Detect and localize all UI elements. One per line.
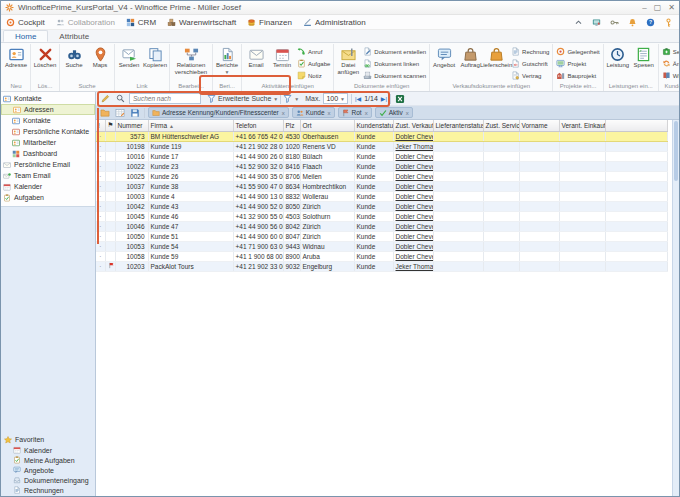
favorite-item-meine-aufgaben[interactable]: Meine Aufgaben <box>1 455 95 465</box>
cell-zust-verkauf[interactable]: Jeker Thomas <box>393 141 433 151</box>
ribbon-aufgabe-button[interactable]: Aufgabe <box>297 58 330 69</box>
key-button[interactable] <box>608 17 620 28</box>
cell-zust-verkauf[interactable]: Dobler Cheve... <box>393 211 433 221</box>
ribbon-spesen-button[interactable]: Spesen <box>631 45 657 82</box>
favorite-item-kalender[interactable]: Kalender <box>1 445 95 455</box>
column-header-verant-einkauf[interactable]: Verant. Einkauf <box>559 120 605 131</box>
cell-zust-verkauf[interactable]: Dobler Cheve... <box>393 201 433 211</box>
sidebar-item-mitarbeiter[interactable]: Mitarbeiter <box>1 137 95 148</box>
ribbon-datei-anfügen-button[interactable]: Datei anfügen <box>335 45 361 82</box>
search-button[interactable] <box>114 93 126 104</box>
column-header--[interactable]: ! <box>96 120 105 131</box>
sidebar-item-aufgaben[interactable]: Aufgaben <box>1 192 95 203</box>
ribbon-löschen-button[interactable]: Löschen <box>32 45 58 82</box>
table-row[interactable]: · 3573 BM Hüttenschweiler AG +41 66 765 … <box>96 131 667 141</box>
menu-crm[interactable]: CRM <box>126 18 156 27</box>
sidebar-item-kalender[interactable]: Kalender <box>1 181 95 192</box>
menu-collaboration[interactable]: Collaboration <box>56 18 115 27</box>
ribbon-dokument-linken-button[interactable]: Dokument linken <box>363 58 426 69</box>
column-header-plz[interactable]: Plz <box>283 120 300 131</box>
table-row[interactable]: · 10053 Kunde 54 +41 71 900 63 00 9443 W… <box>96 241 667 251</box>
column-header-ort[interactable]: Ort <box>300 120 354 131</box>
ribbon-berichte-button[interactable]: Berichte ▼ <box>214 45 240 82</box>
cell-zust-verkauf[interactable]: Dobler Cheve... <box>393 191 433 201</box>
column-header-nummer[interactable]: Nummer <box>115 120 148 131</box>
favorite-item-angebote[interactable]: Angebote <box>1 465 95 475</box>
ribbon-adresse-button[interactable]: Adresse <box>3 45 29 82</box>
cell-zust-verkauf[interactable]: Dobler Cheve... <box>393 151 433 161</box>
minimize-button[interactable]: – <box>642 4 646 12</box>
column-header--[interactable]: ⚑ <box>105 120 115 131</box>
search-input[interactable] <box>129 93 201 104</box>
cell-zust-verkauf[interactable]: Dobler Cheve... <box>393 231 433 241</box>
column-header-zust-verkauf[interactable]: Zust. Verkauf <box>393 120 433 131</box>
ribbon-suche-button[interactable]: Suche <box>61 45 87 82</box>
ribbon-termin-button[interactable]: Termin <box>269 45 295 82</box>
column-header-telefon[interactable]: Telefon <box>233 120 283 131</box>
column-header-zust-service[interactable]: Zust. Service <box>483 120 519 131</box>
collapse-ribbon-button[interactable] <box>572 17 584 28</box>
ribbon-senden-button[interactable]: Senden <box>116 45 142 82</box>
cell-zust-verkauf[interactable]: Dobler Cheve... <box>393 221 433 231</box>
table-row[interactable]: · 10003 Kunde 4 +41 44 900 13 00 8832 Wo… <box>96 191 667 201</box>
ribbon-leistung-button[interactable]: Leistung <box>605 45 631 82</box>
sidebar-item-team-email[interactable]: Team Email <box>1 170 95 181</box>
table-row[interactable]: · 10050 Kunde 51 +41 44 900 60 00 8047 Z… <box>96 231 667 241</box>
tab-home[interactable]: Home <box>3 30 48 42</box>
ribbon-vertrag-button[interactable]: Vertrag <box>511 70 549 81</box>
cell-zust-verkauf[interactable]: Dobler Cheve... <box>393 181 433 191</box>
ribbon-angebot-button[interactable]: Angebot <box>431 45 457 82</box>
ribbon-anruf-button[interactable]: Anruf <box>297 46 330 57</box>
chip-close-icon[interactable]: x <box>328 110 331 116</box>
column-header-vorname[interactable]: Vorname <box>519 120 559 131</box>
ribbon-kopieren-button[interactable]: Kopieren <box>142 45 168 82</box>
filter-chip-aktiv[interactable]: Aktivx <box>375 107 413 118</box>
table-row[interactable]: · 10025 Kunde 26 +41 44 900 35 00 8706 M… <box>96 171 667 181</box>
column-header-filler[interactable] <box>605 120 667 131</box>
chip-close-icon[interactable]: x <box>406 110 409 116</box>
menu-warenwirtschaft[interactable]: Warenwirtschaft <box>167 18 236 27</box>
column-header-kundenstatus[interactable]: Kundenstatus <box>354 120 393 131</box>
sidebar-item-kontakte[interactable]: Kontakte <box>1 93 95 104</box>
remote-monitor-button[interactable] <box>590 17 602 28</box>
cell-zust-verkauf[interactable]: Dobler Cheve... <box>393 171 433 181</box>
first-page-button[interactable]: |◀ <box>355 95 361 102</box>
sidebar-item-kontakte[interactable]: Kontakte <box>1 115 95 126</box>
table-row[interactable]: · 10046 Kunde 47 +41 44 900 56 00 8042 Z… <box>96 221 667 231</box>
ribbon-projekt-button[interactable]: Projekt <box>556 58 599 69</box>
sidebar-item-adressen[interactable]: Adressen <box>1 104 95 115</box>
license-key-button[interactable] <box>662 17 674 28</box>
favorite-item-dokumenteneingang[interactable]: Dokumenteneingang <box>1 475 95 485</box>
column-header-lieferantenstatus[interactable]: Lieferantenstatus <box>433 120 483 131</box>
menu-finanzen[interactable]: Finanzen <box>247 18 292 27</box>
ribbon-gutschrift-button[interactable]: Gutschrift <box>511 58 549 69</box>
tab-attribute[interactable]: Attribute <box>48 30 100 42</box>
max-records-combo[interactable]: 100 ▼ <box>323 93 348 104</box>
advanced-search-button[interactable]: Erweiterte Suche <box>218 95 271 102</box>
ribbon-gelegenheit-button[interactable]: Gelegenheit <box>556 46 599 57</box>
cell-zust-verkauf[interactable]: Dobler Cheve... <box>393 131 433 141</box>
menu-cockpit[interactable]: Cockpit <box>6 18 45 27</box>
last-page-button[interactable]: ▶| <box>381 95 387 102</box>
table-row[interactable]: · 10058 Kunde 59 +41 1 900 68 00 8900 Ar… <box>96 251 667 261</box>
sidebar-item-persönliche-email[interactable]: Persönliche Email <box>1 159 95 170</box>
save-view-button[interactable] <box>129 107 141 118</box>
menu-administration[interactable]: Administration <box>303 18 366 27</box>
ribbon-relationen-verschieben-button[interactable]: Relationen verschieben <box>171 45 211 82</box>
chevron-down-icon[interactable]: ▼ <box>273 96 278 102</box>
favorites-header[interactable]: Favoriten <box>1 434 95 445</box>
filter-icon[interactable] <box>283 94 292 103</box>
close-button[interactable]: ✕ <box>668 4 675 12</box>
table-row[interactable]: · 10042 Kunde 43 +41 44 900 52 00 8050 Z… <box>96 201 667 211</box>
filter-chip-adresse-kennung-kunden-fitness[interactable]: Adresse Kennung/Kunden/Fitnesscenterx <box>148 107 289 118</box>
cell-zust-verkauf[interactable]: Jeker Thomas <box>393 261 433 271</box>
ribbon-email-button[interactable]: Email <box>243 45 269 82</box>
cell-zust-verkauf[interactable]: Dobler Cheve... <box>393 251 433 261</box>
maximize-button[interactable]: ▢ <box>654 4 662 12</box>
chip-close-icon[interactable]: x <box>365 110 368 116</box>
help-button[interactable]: ? <box>644 17 656 28</box>
folder-button[interactable] <box>99 107 111 118</box>
chip-close-icon[interactable]: x <box>282 110 285 116</box>
edit-button[interactable] <box>99 93 111 104</box>
column-header-firma[interactable]: Firma ▲ <box>148 120 233 131</box>
